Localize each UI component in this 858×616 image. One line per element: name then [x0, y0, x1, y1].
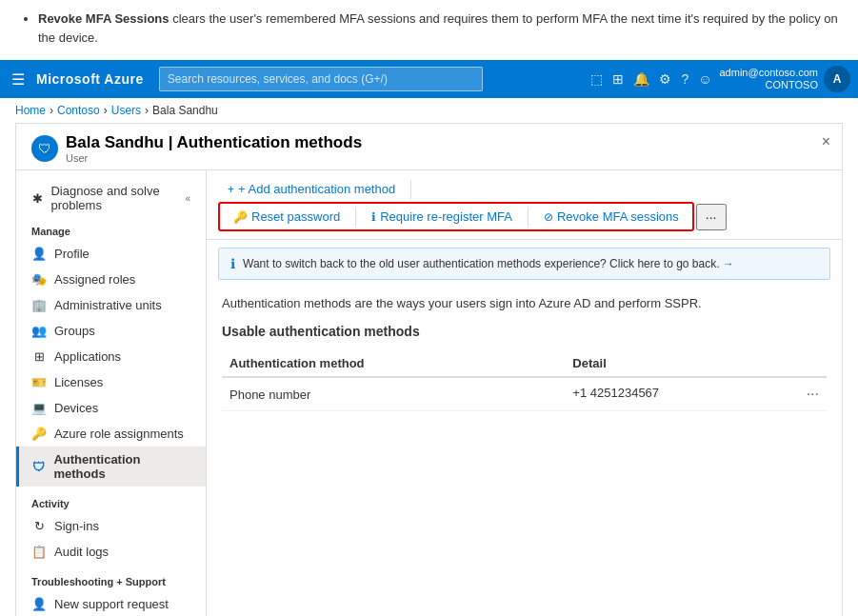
revoke-icon: ⊘ [544, 210, 553, 224]
user-email: admin@contoso.com [720, 67, 819, 79]
groups-label: Groups [54, 324, 95, 338]
method-detail: +1 4251234567 ··· [565, 377, 827, 411]
sidebar: ✱ Diagnose and solve problems « Manage 👤… [16, 170, 207, 616]
profile-label: Profile [54, 247, 90, 261]
content-area: + + Add authentication method 🔑 Reset pa… [207, 170, 842, 616]
applications-icon: ⊞ [31, 349, 47, 364]
reset-password-label: Reset password [251, 209, 340, 224]
sign-ins-icon: ↻ [31, 519, 47, 533]
sidebar-item-new-support[interactable]: 👤 New support request [16, 591, 206, 616]
row-more-button[interactable]: ··· [807, 386, 819, 403]
collapse-icon[interactable]: « [185, 193, 190, 204]
manage-label: Manage [16, 218, 206, 241]
add-auth-label: + Add authentication method [238, 182, 395, 196]
key-icon: 🔑 [233, 210, 248, 224]
brand-name: Microsoft Azure [36, 71, 144, 87]
require-reregister-label: Require re-register MFA [380, 209, 512, 224]
info-banner: ℹ Want to switch back to the old user au… [218, 248, 830, 280]
user-org: CONTOSO [720, 79, 819, 91]
sidebar-item-audit-logs[interactable]: 📋 Audit logs [16, 539, 206, 565]
settings-icon[interactable]: ⚙ [659, 71, 671, 87]
section-title: Usable authentication methods [222, 324, 827, 339]
sidebar-item-profile[interactable]: 👤 Profile [16, 241, 206, 267]
search-input[interactable] [168, 72, 474, 86]
portal-icon[interactable]: ⬚ [590, 71, 603, 87]
hamburger-menu[interactable]: ☰ [8, 67, 29, 92]
devices-icon: 💻 [31, 401, 47, 415]
groups-icon: 👥 [31, 324, 47, 338]
main-content: Authentication methods are the ways your… [207, 288, 842, 616]
info-banner-text: Want to switch back to the old user auth… [243, 257, 734, 270]
more-actions-button[interactable]: ··· [696, 204, 727, 230]
audit-logs-icon: 📋 [31, 545, 47, 559]
sign-ins-label: Sign-ins [54, 519, 99, 533]
panel-body: ✱ Diagnose and solve problems « Manage 👤… [16, 170, 842, 616]
audit-logs-label: Audit logs [54, 545, 109, 559]
azure-roles-label: Azure role assignments [54, 427, 184, 441]
admin-units-label: Administrative units [54, 298, 162, 312]
revoke-mfa-button[interactable]: ⊘ Revoke MFA sessions [534, 206, 688, 228]
info-icon: ℹ [230, 256, 235, 271]
sidebar-item-azure-role-assignments[interactable]: 🔑 Azure role assignments [16, 421, 206, 447]
avatar: A [824, 66, 850, 92]
breadcrumb-contoso[interactable]: Contoso [57, 104, 100, 117]
sidebar-support-section: Troubleshooting + Support 👤 New support … [16, 568, 206, 616]
revoke-mfa-label: Revoke MFA sessions [557, 209, 679, 224]
col-header-detail: Detail [565, 350, 827, 377]
diagnose-icon: ✱ [31, 191, 43, 206]
search-bar[interactable] [159, 67, 483, 91]
diagnose-label: Diagnose and solve problems [50, 184, 177, 212]
feedback-icon[interactable]: ☺ [698, 71, 711, 87]
applications-label: Applications [54, 349, 121, 364]
auth-table: Authentication method Detail Phone numbe… [222, 350, 827, 411]
table-row: Phone number +1 4251234567 ··· [222, 377, 827, 411]
sidebar-item-diagnose[interactable]: ✱ Diagnose and solve problems « [16, 178, 206, 218]
require-icon: ℹ [371, 210, 376, 224]
activity-label: Activity [16, 490, 206, 513]
help-icon[interactable]: ? [681, 71, 688, 87]
assigned-roles-label: Assigned roles [54, 272, 135, 287]
breadcrumb: Home › Contoso › Users › Bala Sandhu [0, 98, 858, 123]
user-area[interactable]: admin@contoso.com CONTOSO A [720, 66, 851, 92]
reset-password-button[interactable]: 🔑 Reset password [224, 206, 349, 228]
method-name: Phone number [222, 377, 565, 411]
sidebar-item-applications[interactable]: ⊞ Applications [16, 344, 206, 369]
sidebar-item-admin-units[interactable]: 🏢 Administrative units [16, 292, 206, 318]
sidebar-item-assigned-roles[interactable]: 🎭 Assigned roles [16, 267, 206, 292]
toolbar-divider-3 [528, 208, 529, 227]
info-banner-link[interactable]: → [723, 257, 734, 270]
support-request-label: New support request [54, 597, 169, 611]
support-label: Troubleshooting + Support [16, 568, 206, 591]
profile-icon: 👤 [31, 247, 47, 261]
panel-title: Bala Sandhu | Authentication methods [66, 133, 362, 152]
sidebar-item-devices[interactable]: 💻 Devices [16, 395, 206, 421]
cloud-shell-icon[interactable]: ⊞ [612, 71, 624, 87]
sidebar-item-licenses[interactable]: 🎫 Licenses [16, 369, 206, 395]
sidebar-item-groups[interactable]: 👥 Groups [16, 318, 206, 344]
breadcrumb-home[interactable]: Home [15, 104, 46, 117]
notifications-icon[interactable]: 🔔 [633, 71, 649, 87]
sidebar-item-sign-ins[interactable]: ↻ Sign-ins [16, 513, 206, 539]
panel-subtitle: User [66, 152, 362, 164]
azure-topbar: ☰ Microsoft Azure ⬚ ⊞ 🔔 ⚙ ? ☺ admin@cont… [0, 60, 858, 98]
breadcrumb-current: Bala Sandhu [152, 104, 218, 117]
user-info: admin@contoso.com CONTOSO [720, 67, 819, 91]
sidebar-manage-section: Manage 👤 Profile 🎭 Assigned roles 🏢 Admi… [16, 218, 206, 487]
toolbar: + + Add authentication method 🔑 Reset pa… [207, 170, 842, 240]
licenses-icon: 🎫 [31, 375, 47, 389]
support-icon: 👤 [31, 597, 47, 611]
require-reregister-button[interactable]: ℹ Require re-register MFA [362, 206, 522, 228]
admin-units-icon: 🏢 [31, 298, 47, 312]
toolbar-divider-2 [355, 208, 356, 227]
top-icons: ⬚ ⊞ 🔔 ⚙ ? ☺ [590, 71, 711, 87]
breadcrumb-users[interactable]: Users [111, 104, 141, 117]
panel-title-group: Bala Sandhu | Authentication methods Use… [66, 133, 362, 164]
add-auth-method-button[interactable]: + + Add authentication method [218, 178, 405, 200]
toolbar-divider-1 [410, 180, 411, 199]
top-note: Revoke MFA Sessions clears the user's re… [0, 0, 858, 60]
close-button[interactable]: × [822, 133, 830, 150]
sidebar-item-auth-methods[interactable]: 🛡 Authentication methods [16, 447, 206, 487]
shield-icon: 🛡 [31, 135, 58, 162]
main-panel: 🛡 Bala Sandhu | Authentication methods U… [15, 123, 843, 616]
description-text: Authentication methods are the ways your… [222, 295, 827, 312]
